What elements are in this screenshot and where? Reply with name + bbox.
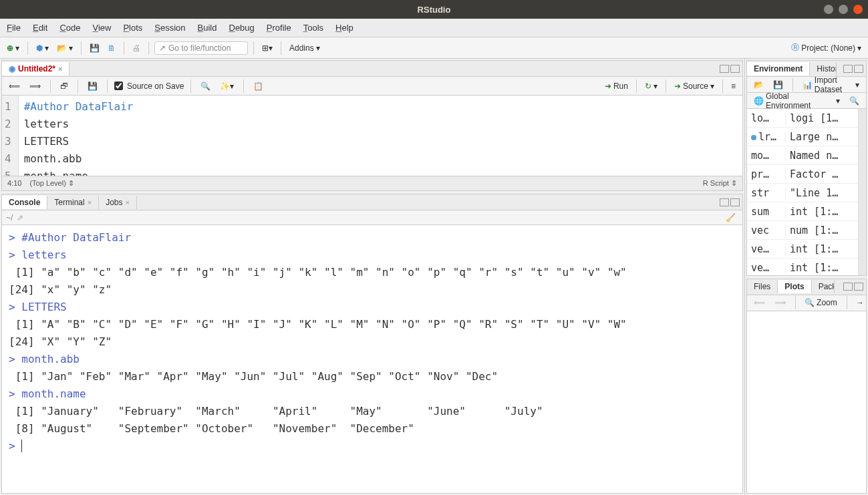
console-output[interactable]: > #Author DataFlair> letters [1] "a" "b"…	[2, 225, 742, 493]
tab-packages[interactable]: Packages	[812, 280, 835, 293]
source-on-save-label: Source on Save	[127, 81, 184, 91]
window-title: RStudio	[418, 5, 451, 15]
titlebar: RStudio	[0, 0, 868, 19]
files-tabs: Files Plots Packages	[747, 279, 866, 295]
source-toolbar: ⟸ ⟹ 🗗 💾 Source on Save 🔍 ✨▾ 📋 ➜ Run ↻▾	[2, 77, 742, 96]
env-row[interactable]: pr…Factor …	[747, 165, 858, 184]
addins-button[interactable]: Addins ▾	[287, 42, 323, 54]
source-on-save-checkbox[interactable]	[114, 81, 123, 90]
menu-code[interactable]: Code	[59, 23, 80, 33]
env-row[interactable]: lo…logi [1…	[747, 109, 858, 128]
grid-button[interactable]: ⊞▾	[259, 42, 275, 54]
save-all-button[interactable]: 🗎	[105, 42, 118, 54]
file-type-selector[interactable]: R Script ⇕	[703, 179, 737, 188]
maximize-pane-icon[interactable]	[854, 65, 863, 73]
export-button[interactable]: → Export	[853, 297, 862, 309]
save-workspace-button[interactable]: 💾	[770, 79, 786, 91]
next-plot-button[interactable]: ⟹	[772, 297, 788, 309]
forward-button[interactable]: ⟹	[27, 80, 43, 92]
minimize-pane-icon[interactable]	[843, 65, 853, 73]
scope-selector[interactable]: (Top Level) ⇕	[29, 179, 74, 188]
tab-files[interactable]: Files	[747, 280, 778, 293]
run-button[interactable]: ➜ Run	[602, 80, 631, 92]
load-workspace-button[interactable]: 📂	[751, 79, 766, 91]
popout-icon[interactable]: ⇗	[17, 213, 23, 222]
source-statusbar: 4:10 (Top Level) ⇕ R Script ⇕	[2, 176, 742, 190]
maximize-icon[interactable]	[839, 5, 848, 14]
menu-build[interactable]: Build	[198, 23, 217, 33]
open-file-button[interactable]: 📂▾	[54, 42, 76, 54]
code-editor[interactable]: 12345 #Author DataFlairlettersLETTERSmon…	[2, 96, 742, 176]
close-tab-icon[interactable]: ×	[126, 198, 130, 206]
main-toolbar: ⊕▾ ⬢▾ 📂▾ 💾 🗎 🖨 ↗Go to file/function ⊞▾ A…	[0, 37, 868, 59]
menu-plots[interactable]: Plots	[123, 23, 142, 33]
clear-console-button[interactable]: 🧹	[723, 212, 738, 224]
goto-file-input[interactable]: ↗Go to file/function	[154, 41, 248, 55]
back-button[interactable]: ⟸	[6, 80, 23, 92]
console-path: ~/	[6, 213, 13, 222]
menu-view[interactable]: View	[92, 23, 111, 33]
maximize-pane-icon[interactable]	[854, 283, 863, 291]
source-tabs: ◉ Untitled2* ×	[2, 61, 742, 77]
console-tabs: Console Terminal × Jobs ×	[2, 194, 742, 210]
prev-plot-button[interactable]: ⟸	[751, 297, 768, 309]
menu-tools[interactable]: Tools	[303, 23, 323, 33]
env-scope-selector[interactable]: 🌐 Global Environment ▾	[751, 90, 843, 112]
menubar: File Edit Code View Plots Session Build …	[0, 19, 868, 37]
minimize-icon[interactable]	[824, 5, 833, 14]
new-project-button[interactable]: ⬢▾	[33, 42, 51, 54]
close-tab-icon[interactable]: ×	[88, 198, 92, 206]
menu-session[interactable]: Session	[154, 23, 185, 33]
menu-edit[interactable]: Edit	[33, 23, 47, 33]
new-file-button[interactable]: ⊕▾	[4, 42, 22, 54]
menu-help[interactable]: Help	[335, 23, 353, 33]
show-in-new-window-button[interactable]: 🗗	[57, 80, 71, 92]
zoom-button[interactable]: 🔍 Zoom	[802, 297, 840, 309]
env-row[interactable]: ve…int [1:…	[747, 259, 858, 275]
menu-debug[interactable]: Debug	[229, 23, 255, 33]
plots-toolbar: ⟸ ⟹ 🔍 Zoom → Export	[747, 295, 866, 311]
outline-button[interactable]: ≡	[728, 80, 738, 92]
wand-button[interactable]: ✨▾	[217, 80, 237, 92]
maximize-pane-icon[interactable]	[730, 65, 740, 73]
menu-file[interactable]: File	[7, 23, 21, 33]
environment-list[interactable]: lo…logi [1…lr…Large n…mo…Named n…pr…Fact…	[747, 109, 858, 275]
tab-console[interactable]: Console	[2, 196, 47, 209]
search-env-button[interactable]: 🔍	[847, 95, 862, 107]
compile-report-button[interactable]: 📋	[251, 80, 266, 92]
save-source-button[interactable]: 💾	[85, 80, 100, 92]
tab-jobs[interactable]: Jobs ×	[99, 196, 137, 209]
env-scrollbar[interactable]	[858, 109, 866, 275]
arrow-icon: ↗	[159, 43, 166, 53]
print-button[interactable]: 🖨	[130, 42, 143, 54]
close-icon[interactable]	[853, 5, 863, 14]
minimize-pane-icon[interactable]	[843, 283, 853, 291]
env-row[interactable]: str"Line 1…	[747, 184, 858, 202]
minimize-pane-icon[interactable]	[720, 198, 729, 206]
env-row[interactable]: ve…int [1:…	[747, 240, 858, 259]
save-button[interactable]: 💾	[87, 42, 102, 54]
tab-terminal[interactable]: Terminal ×	[47, 196, 99, 209]
env-row[interactable]: vecnum [1:…	[747, 221, 858, 240]
menu-profile[interactable]: Profile	[267, 23, 291, 33]
plot-area	[747, 311, 866, 494]
env-scope-bar: 🌐 Global Environment ▾ 🔍	[747, 93, 866, 109]
source-tab-untitled[interactable]: ◉ Untitled2* ×	[2, 62, 69, 75]
console-toolbar: ~/ ⇗ 🧹	[2, 210, 742, 225]
tab-environment[interactable]: Environment	[747, 62, 810, 75]
cursor-position: 4:10	[7, 179, 21, 188]
maximize-pane-icon[interactable]	[730, 198, 740, 206]
env-tabs: Environment History	[747, 61, 866, 77]
minimize-pane-icon[interactable]	[720, 65, 729, 73]
line-gutter: 12345	[2, 96, 19, 176]
rerun-button[interactable]: ↻▾	[642, 80, 660, 92]
env-row[interactable]: lr…Large n…	[747, 128, 858, 146]
env-row[interactable]: mo…Named n…	[747, 146, 858, 165]
close-tab-icon[interactable]: ×	[58, 65, 62, 73]
project-menu[interactable]: Ⓡ Project: (None) ▾	[788, 41, 864, 55]
env-row[interactable]: sumint [1:…	[747, 202, 858, 221]
source-button[interactable]: ➜ Source ▾	[672, 80, 717, 92]
find-button[interactable]: 🔍	[198, 80, 213, 92]
tab-history[interactable]: History	[810, 62, 837, 75]
tab-plots[interactable]: Plots	[778, 280, 811, 293]
